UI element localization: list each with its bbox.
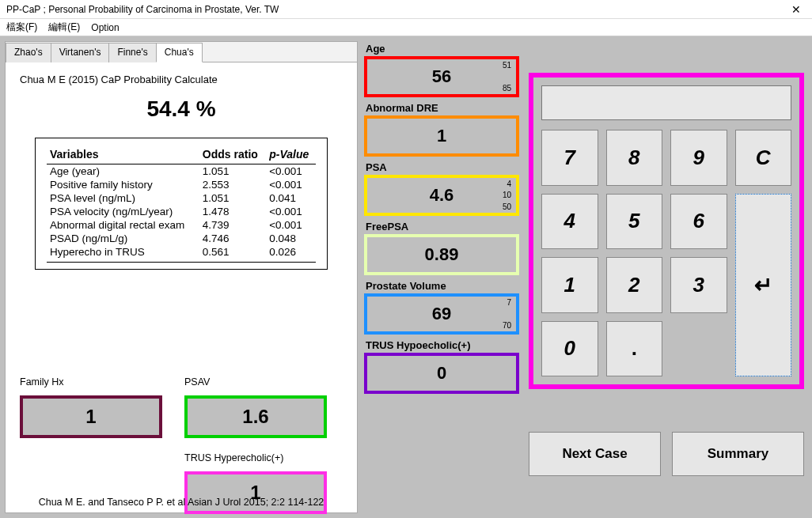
probability-output: 54.4 % xyxy=(20,96,343,122)
psa-input[interactable]: 4.6 4 10 50 xyxy=(364,175,519,216)
table-row: Positive family history2.553<0.001 xyxy=(47,178,316,191)
dre-label: Abnormal DRE xyxy=(364,102,519,114)
menu-edit[interactable]: 編輯(E) xyxy=(48,21,80,34)
tab-strip: Zhao's Virtanen's Finne's Chua's xyxy=(6,42,357,62)
key-7[interactable]: 7 xyxy=(541,130,598,186)
keypad-column: 7 8 9 C 4 5 6 ↵ 1 2 3 0 . Next Case Summ… xyxy=(526,41,807,513)
psa-label: PSA xyxy=(364,161,519,173)
key-8[interactable]: 8 xyxy=(606,130,663,186)
left-panel: Zhao's Virtanen's Finne's Chua's Chua M … xyxy=(5,41,358,513)
key-6[interactable]: 6 xyxy=(670,194,727,250)
trus-hypo-label: TRUS Hypoecholic(+) xyxy=(364,339,519,351)
psav-input[interactable]: 1.6 xyxy=(184,395,327,438)
th-variables: Variables xyxy=(47,146,199,164)
trus-hypo-input[interactable]: 0 xyxy=(364,353,519,394)
next-case-button[interactable]: Next Case xyxy=(529,432,661,476)
menu-file[interactable]: 檔案(F) xyxy=(6,21,37,34)
close-icon[interactable]: ✕ xyxy=(787,3,806,16)
window-title: PP-CaP ; Personal Probability of Carcino… xyxy=(6,4,787,15)
key-enter[interactable]: ↵ xyxy=(735,194,792,377)
freepsa-label: FreePSA xyxy=(364,221,519,233)
th-or: Odds ratio xyxy=(199,146,266,164)
key-1[interactable]: 1 xyxy=(541,257,598,313)
pvol-label: Prostate Volume xyxy=(364,280,519,292)
psav-label: PSAV xyxy=(184,376,327,388)
familyhx-input[interactable]: 1 xyxy=(20,395,162,438)
trus-hyper-label: TRUS Hyperecholic(+) xyxy=(184,452,327,463)
table-row: Abnormal digital rectal exam4.739<0.001 xyxy=(47,218,316,232)
keypad-frame: 7 8 9 C 4 5 6 ↵ 1 2 3 0 . xyxy=(529,73,804,389)
parameter-column: Age 56 51 85 Abnormal DRE 1 PSA 4.6 4 10… xyxy=(361,41,522,513)
dre-input[interactable]: 1 xyxy=(364,115,519,157)
familyhx-label: Family Hx xyxy=(20,376,162,388)
age-input[interactable]: 56 51 85 xyxy=(364,56,519,97)
key-9[interactable]: 9 xyxy=(670,130,727,186)
age-label: Age xyxy=(364,43,519,55)
citation: Chua M E. and Tanseco P P. et al Asian J… xyxy=(6,497,357,508)
table-row: PSA velocity (ng/mL/year)1.478<0.001 xyxy=(47,205,316,218)
tab-finne[interactable]: Finne's xyxy=(108,43,156,62)
table-row: Age (year)1.051<0.001 xyxy=(47,164,316,179)
th-p: p-Value xyxy=(266,146,316,164)
key-5[interactable]: 5 xyxy=(606,194,663,250)
menu-option[interactable]: Option xyxy=(91,22,119,33)
pvol-input[interactable]: 69 7 70 xyxy=(364,293,519,335)
summary-button[interactable]: Summary xyxy=(672,432,804,476)
tab-virtanen[interactable]: Virtanen's xyxy=(51,43,110,62)
key-4[interactable]: 4 xyxy=(541,194,598,250)
table-row: PSAD (ng/mL/g)4.7460.048 xyxy=(47,232,316,245)
tab-content: Chua M E (2015) CaP Probability Calculat… xyxy=(6,62,357,512)
menubar: 檔案(F) 編輯(E) Option xyxy=(0,19,812,36)
key-c[interactable]: C xyxy=(735,130,792,186)
tab-chua[interactable]: Chua's xyxy=(156,43,203,62)
key-2[interactable]: 2 xyxy=(606,257,663,313)
tab-zhao[interactable]: Zhao's xyxy=(6,43,51,62)
titlebar: PP-CaP ; Personal Probability of Carcino… xyxy=(0,0,812,19)
key-3[interactable]: 3 xyxy=(670,257,727,313)
freepsa-input[interactable]: 0.89 xyxy=(364,234,519,275)
key-dot[interactable]: . xyxy=(606,321,663,377)
variables-table: Variables Odds ratio p-Value Age (year)1… xyxy=(35,138,328,270)
table-row: PSA level (ng/mL)1.0510.041 xyxy=(47,191,316,205)
model-heading: Chua M E (2015) CaP Probability Calculat… xyxy=(20,74,343,85)
key-0[interactable]: 0 xyxy=(541,321,598,377)
keypad-display[interactable] xyxy=(541,85,791,120)
table-row: Hyperecho in TRUS0.5610.026 xyxy=(47,245,316,259)
